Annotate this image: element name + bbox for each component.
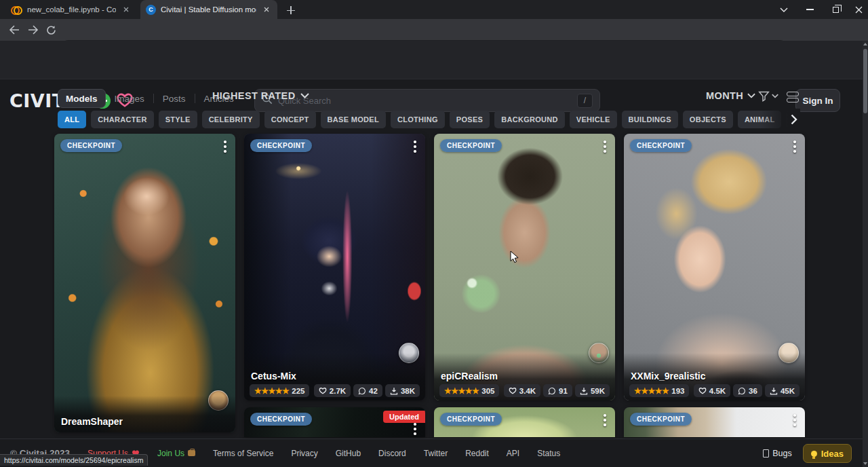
footer-link-terms[interactable]: Terms of Service [213,449,273,458]
category-chip[interactable]: BUILDINGS [622,111,678,128]
footer-link-status[interactable]: Status [537,449,560,458]
card-stats: ★★★★★ 193 4.5K 36 45K [629,384,800,397]
category-chip[interactable]: OBJECTS [683,111,733,128]
footer-link-join-us[interactable]: Join Us [157,449,195,458]
tab-colab[interactable]: new_colab_file.ipynb - Colaborat [5,0,137,19]
downloads-pill[interactable]: 45K [765,384,800,397]
tab-civitai[interactable]: C Civitai | Stable Diffusion models, [140,0,277,19]
ideas-button[interactable]: Ideas [803,444,852,463]
filter-dropdown[interactable] [758,90,778,102]
likes-pill[interactable]: 4.5K [694,384,730,397]
model-card[interactable]: CHECKPOINT Cetus-Mix ★★★★★ 225 2.7K 42 [244,134,425,400]
search-input[interactable] [278,96,577,106]
rating-pill[interactable]: ★★★★★ 225 [250,384,309,397]
download-icon [770,387,778,395]
browser-toolbar: civitai.com [0,19,868,41]
likes-pill[interactable]: 3.4K [504,384,540,397]
model-card[interactable]: CHECKPOINT Updated [244,407,425,437]
period-dropdown[interactable]: MONTH [706,90,755,101]
rating-pill[interactable]: ★★★★★ 193 [629,384,689,397]
chevron-down-icon [772,94,778,98]
model-card[interactable]: CHECKPOINT [624,407,805,437]
close-button[interactable] [846,0,868,19]
category-chip[interactable]: CHARACTER [91,111,153,128]
scrollbar-thumb[interactable] [863,49,867,113]
downloads-pill[interactable]: 59K [575,384,610,397]
category-chip[interactable]: BACKGROUND [494,111,565,128]
tab-search-chevron-icon[interactable] [772,0,796,19]
downloads-pill[interactable]: 38K [385,384,420,397]
rating-count: 193 [671,387,684,395]
footer-link-privacy[interactable]: Privacy [291,449,317,458]
reload-button[interactable] [42,22,60,38]
category-chip[interactable]: STYLE [159,111,197,128]
downloads-count: 38K [401,387,415,395]
category-chip[interactable]: VEHICLE [570,111,617,128]
likes-count: 2.7K [330,387,346,395]
card-menu-icon[interactable] [409,421,421,437]
tab-close-icon[interactable] [261,4,272,15]
comments-count: 91 [559,387,568,395]
model-title: DreamShaper [61,416,123,427]
back-button[interactable] [5,22,23,38]
category-chip[interactable]: POSES [450,111,490,128]
tab-models[interactable]: Models [58,89,106,108]
rating-pill[interactable]: ★★★★★ 305 [439,384,499,397]
footer-link-reddit[interactable]: Reddit [465,449,489,458]
model-card[interactable]: CHECKPOINT [434,407,615,437]
minimize-button[interactable] [797,0,822,19]
status-bar-url: https://civitai.com/models/25694/epicrea… [0,454,148,466]
checkpoint-badge: CHECKPOINT [440,139,502,152]
checkpoint-badge: CHECKPOINT [630,139,692,152]
category-chip[interactable]: CLOTHING [391,111,445,128]
comments-pill[interactable]: 91 [543,384,572,397]
footer-link-twitter[interactable]: Twitter [424,449,448,458]
comments-pill[interactable]: 42 [353,384,382,397]
card-menu-icon[interactable] [219,138,231,156]
footer-link-github[interactable]: GitHub [336,449,361,458]
new-tab-button[interactable] [283,3,298,18]
star-rating: ★★★★★ [444,387,479,395]
downloads-count: 59K [591,387,605,395]
colab-icon [11,6,22,13]
category-chip-all[interactable]: ALL [58,111,86,128]
maximize-button[interactable] [823,0,848,19]
checkpoint-badge: CHECKPOINT [440,413,502,426]
model-card[interactable]: CHECKPOINT epiCRealism ★★★★★ 305 3.4K 91 [434,134,615,400]
lightbulb-icon [811,451,817,457]
comment-icon [548,387,556,395]
footer-link-api[interactable]: API [507,449,519,458]
forward-button[interactable] [24,22,42,38]
likes-count: 4.5K [709,387,726,395]
page-scrollbar[interactable] [863,41,868,467]
model-title: epiCRealism [441,371,498,381]
category-chip[interactable]: CELEBRITY [202,111,260,128]
tab-images[interactable]: Images [106,89,153,108]
card-menu-icon[interactable] [599,412,611,430]
scroll-up-arrow[interactable] [863,41,868,48]
chevron-down-icon [300,93,309,98]
ideas-label: Ideas [821,449,844,459]
comments-pill[interactable]: 36 [733,384,762,397]
sign-in-button[interactable]: Sign In [795,89,840,112]
category-chip[interactable]: BASE MODEL [321,111,386,128]
model-card[interactable]: CHECKPOINT XXMix_9realistic ★★★★★ 193 4.… [624,134,805,400]
scroll-down-arrow[interactable] [863,460,868,467]
card-menu-icon[interactable] [789,138,801,156]
card-menu-icon[interactable] [789,412,801,430]
chevron-down-icon [747,93,755,98]
model-card[interactable]: CHECKPOINT DreamShaper [54,134,235,432]
card-menu-icon[interactable] [409,138,421,156]
tab-close-icon[interactable] [121,4,132,15]
chevron-right-icon[interactable] [787,112,802,127]
heart-icon [319,387,327,394]
category-chip[interactable]: CONCEPT [264,111,316,128]
sort-dropdown[interactable]: HIGHEST RATED [212,90,309,101]
footer-link-discord[interactable]: Discord [378,449,406,458]
card-menu-icon[interactable] [599,138,611,156]
likes-pill[interactable]: 2.7K [314,384,351,397]
bugs-button[interactable]: Bugs [763,449,792,458]
tab-posts[interactable]: Posts [154,89,195,108]
layout-toggle-icon[interactable] [787,91,799,103]
checkpoint-badge: CHECKPOINT [250,139,312,152]
